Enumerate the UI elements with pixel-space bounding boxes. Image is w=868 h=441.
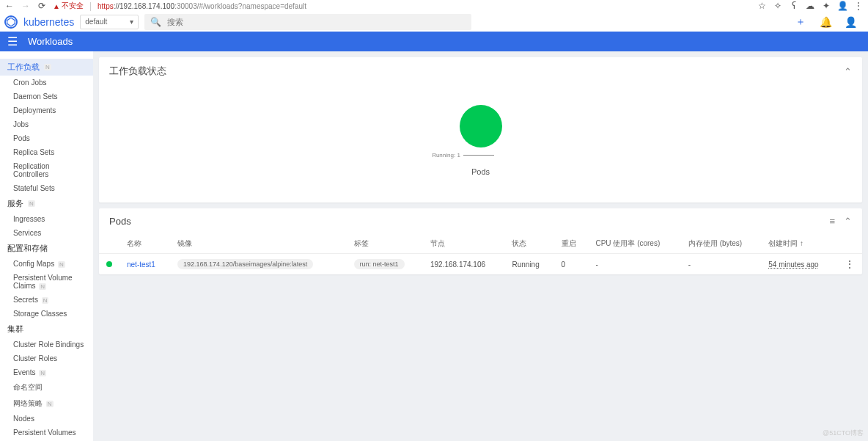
- filter-icon[interactable]: ≡: [829, 216, 835, 227]
- sidebar-pv[interactable]: Persistent Volumes: [0, 426, 93, 440]
- sidebar-events[interactable]: Events N: [0, 365, 93, 379]
- col-restarts[interactable]: 重启: [554, 234, 589, 254]
- sidebar-workloads[interactable]: 工作负载N: [0, 59, 93, 76]
- sidebar: 工作负载N Cron Jobs Daemon Sets Deployments …: [0, 51, 93, 441]
- sidebar-secrets[interactable]: Secrets N: [0, 293, 93, 307]
- watermark: @51CTO博客: [823, 429, 864, 438]
- collapse-icon[interactable]: ⌃: [844, 66, 852, 77]
- sidebar-replicationcontrollers[interactable]: Replication Controllers: [0, 159, 93, 181]
- star-icon[interactable]: ☆: [757, 1, 767, 11]
- sidebar-replicasets[interactable]: Replica Sets: [0, 145, 93, 159]
- add-button[interactable]: ＋: [795, 15, 806, 29]
- image-chip: 192.168.174.120/baseimages/alpine:latest: [177, 259, 313, 269]
- app-header: kubernetes default▾ 🔍 ＋ 🔔 👤: [0, 12, 868, 32]
- kebab-icon[interactable]: ⋮: [853, 1, 864, 11]
- sidebar-deployments[interactable]: Deployments: [0, 103, 93, 117]
- extensions-icon[interactable]: ✦: [821, 1, 831, 11]
- status-dot-icon: [106, 261, 112, 267]
- namespace-select[interactable]: default▾: [80, 15, 139, 29]
- page-title: Workloads: [28, 36, 73, 47]
- pods-donut-chart: [460, 105, 502, 147]
- col-node[interactable]: 节点: [423, 234, 504, 254]
- ext3-icon[interactable]: ☁: [805, 1, 815, 11]
- col-image[interactable]: 镜像: [170, 234, 347, 254]
- sidebar-daemonsets[interactable]: Daemon Sets: [0, 90, 93, 103]
- col-mem[interactable]: 内存使用 (bytes): [681, 234, 761, 254]
- sidebar-configmaps[interactable]: Config Maps N: [0, 257, 93, 271]
- sidebar-statefulsets[interactable]: Stateful Sets: [0, 181, 93, 195]
- chart-legend: Running: 1: [432, 152, 494, 158]
- sidebar-storageclasses[interactable]: Storage Classes: [0, 307, 93, 321]
- sidebar-namespaces[interactable]: 命名空间: [0, 379, 93, 396]
- status-card-title: 工作负载状态: [109, 65, 166, 78]
- browser-toolbar: ← → ⟳ ▲ 不安全 | https://192.168.174.100:30…: [0, 0, 868, 12]
- search-box[interactable]: 🔍: [144, 14, 471, 30]
- cell-restarts: 0: [554, 254, 589, 275]
- account-icon[interactable]: 👤: [845, 15, 856, 29]
- menu-icon[interactable]: ☰: [7, 34, 18, 48]
- col-label[interactable]: 标签: [347, 234, 423, 254]
- bell-icon[interactable]: 🔔: [820, 15, 831, 29]
- cell-mem: -: [681, 254, 761, 275]
- col-age[interactable]: 创建时间 ↑: [761, 234, 837, 254]
- sidebar-crb[interactable]: Cluster Role Bindings: [0, 338, 93, 351]
- pods-card: Pods ≡ ⌃ 名称 镜像 标签 节点 状态 重启 CPU 使用率 (core…: [99, 208, 862, 274]
- search-input[interactable]: [167, 18, 466, 26]
- sidebar-netpol[interactable]: 网络策略 N: [0, 396, 93, 412]
- row-menu-icon[interactable]: ⋮: [845, 258, 855, 270]
- sidebar-jobs[interactable]: Jobs: [0, 117, 93, 131]
- profile-icon[interactable]: 👤: [837, 1, 847, 11]
- pods-table: 名称 镜像 标签 节点 状态 重启 CPU 使用率 (cores) 内存使用 (…: [99, 234, 862, 274]
- sidebar-pods[interactable]: Pods: [0, 131, 93, 145]
- reload-icon[interactable]: ⟳: [37, 1, 47, 11]
- svg-marker-0: [7, 18, 15, 26]
- ext2-icon[interactable]: ʕ: [789, 1, 799, 11]
- cell-age: 54 minutes ago: [768, 260, 818, 269]
- brand-label: kubernetes: [23, 16, 74, 28]
- cell-node: 192.168.174.106: [423, 254, 504, 275]
- sidebar-service[interactable]: 服务N: [0, 195, 93, 212]
- sidebar-config[interactable]: 配置和存储: [0, 240, 93, 257]
- col-state[interactable]: 状态: [504, 234, 553, 254]
- insecure-badge: ▲ 不安全: [53, 1, 84, 11]
- pod-name-link[interactable]: net-test1: [127, 260, 155, 269]
- chevron-down-icon: ▾: [130, 18, 133, 26]
- table-row[interactable]: net-test1 192.168.174.120/baseimages/alp…: [99, 254, 862, 275]
- sidebar-cronjobs[interactable]: Cron Jobs: [0, 76, 93, 90]
- sidebar-pvc[interactable]: Persistent Volume Claims N: [0, 271, 93, 293]
- col-name[interactable]: 名称: [119, 234, 170, 254]
- col-cpu[interactable]: CPU 使用率 (cores): [588, 234, 680, 254]
- cell-cpu: -: [588, 254, 680, 275]
- back-icon[interactable]: ←: [4, 1, 15, 11]
- workload-status-card: 工作负载状态 ⌃ Running: 1 Pods: [99, 57, 862, 203]
- k8s-logo-icon: [4, 15, 18, 29]
- content-area: 工作负载状态 ⌃ Running: 1 Pods Pods ≡ ⌃ 名称: [93, 51, 868, 441]
- ext1-icon[interactable]: ✧: [773, 1, 783, 11]
- page-toolbar: ☰ Workloads: [0, 32, 868, 51]
- cell-state: Running: [504, 254, 553, 275]
- sidebar-nodes[interactable]: Nodes: [0, 412, 93, 426]
- sidebar-cluster[interactable]: 集群: [0, 321, 93, 338]
- collapse-icon[interactable]: ⌃: [844, 216, 852, 227]
- pods-card-title: Pods: [109, 216, 131, 227]
- label-chip: run: net-test1: [354, 259, 405, 269]
- sidebar-ingresses[interactable]: Ingresses: [0, 212, 93, 226]
- sidebar-services[interactable]: Services: [0, 226, 93, 240]
- search-icon: 🔍: [150, 17, 161, 27]
- address-bar[interactable]: https://192.168.174.100:30003/#/workload…: [98, 2, 306, 10]
- forward-icon[interactable]: →: [21, 1, 31, 11]
- chart-label: Pods: [471, 167, 490, 176]
- sidebar-cr[interactable]: Cluster Roles: [0, 351, 93, 365]
